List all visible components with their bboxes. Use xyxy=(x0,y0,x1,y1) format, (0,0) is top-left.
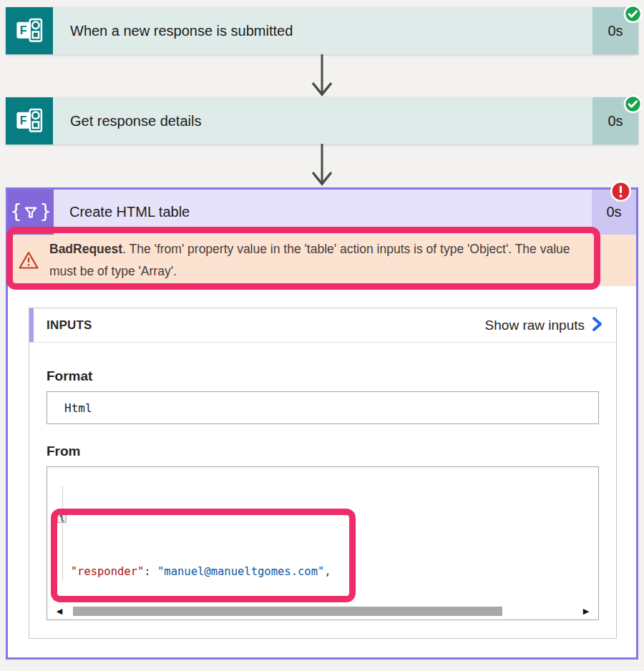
horizontal-scrollbar[interactable]: ◀ ▶ xyxy=(53,605,592,617)
svg-text:F: F xyxy=(20,114,27,127)
brace-close: } xyxy=(39,201,52,220)
data-operation-icon: { } xyxy=(8,190,54,235)
inputs-panel: INPUTS Show raw inputs Format Html From xyxy=(29,308,617,639)
step-title: Get response details xyxy=(70,113,201,129)
show-raw-inputs-link[interactable]: Show raw inputs xyxy=(485,315,603,336)
json-line-open: { xyxy=(57,506,598,525)
warning-triangle-icon xyxy=(8,250,49,270)
from-code-editor[interactable]: { "responder": "manuel@manueltgomes.com"… xyxy=(47,466,599,620)
step-body: When a new response is submitted xyxy=(53,7,592,54)
flow-connector-arrow xyxy=(306,144,338,187)
inputs-accent-bar xyxy=(29,308,34,342)
inputs-title: INPUTS xyxy=(47,318,92,333)
step-titlebar: Create HTML table xyxy=(54,190,592,235)
json-content: { "responder": "manuel@manueltgomes.com"… xyxy=(57,469,598,620)
json-line: "submitDate": "7/18/2022 10:05:21 AM", xyxy=(57,618,598,620)
show-raw-inputs-label: Show raw inputs xyxy=(485,318,585,333)
step-card-trigger[interactable]: F When a new response is submitted 0s xyxy=(6,7,638,54)
format-value-box[interactable]: Html xyxy=(47,391,599,424)
error-badge-icon xyxy=(610,180,632,202)
step-card-action[interactable]: F Get response details 0s xyxy=(6,97,638,145)
flow-run-view: F When a new response is submitted 0s xyxy=(0,0,644,671)
format-label: Format xyxy=(47,368,599,384)
brace-open: { xyxy=(10,201,22,220)
from-label: From xyxy=(47,444,599,459)
step-header[interactable]: { } Create HTML table 0s xyxy=(8,190,636,235)
error-banner: BadRequest. The 'from' property value in… xyxy=(8,235,636,286)
error-code: BadRequest xyxy=(49,242,122,256)
step-card-create-html-table: { } Create HTML table 0s xyxy=(6,187,638,660)
inputs-body: Format Html From { "responder": "manuel@… xyxy=(29,368,616,620)
step-title: Create HTML table xyxy=(69,204,190,220)
error-message: BadRequest. The 'from' property value in… xyxy=(49,238,592,282)
success-check-icon xyxy=(623,4,643,24)
step-body: Get response details xyxy=(53,97,592,145)
format-value: Html xyxy=(64,401,92,415)
error-detail: . The 'from' property value in the 'tabl… xyxy=(49,242,570,278)
chevron-right-icon xyxy=(592,315,603,336)
svg-text:F: F xyxy=(20,24,27,36)
scroll-left-icon[interactable]: ◀ xyxy=(53,607,66,616)
inputs-header: INPUTS Show raw inputs xyxy=(29,308,616,343)
flow-connector-arrow xyxy=(306,54,338,97)
scroll-right-icon[interactable]: ▶ xyxy=(580,607,592,616)
forms-connector-icon: F xyxy=(6,7,53,54)
success-check-icon xyxy=(623,94,643,114)
json-line: "responder": "manuel@manueltgomes.com", xyxy=(57,562,598,581)
step-title: When a new response is submitted xyxy=(70,23,293,39)
scrollbar-thumb[interactable] xyxy=(73,607,502,616)
forms-connector-icon: F xyxy=(6,97,53,145)
